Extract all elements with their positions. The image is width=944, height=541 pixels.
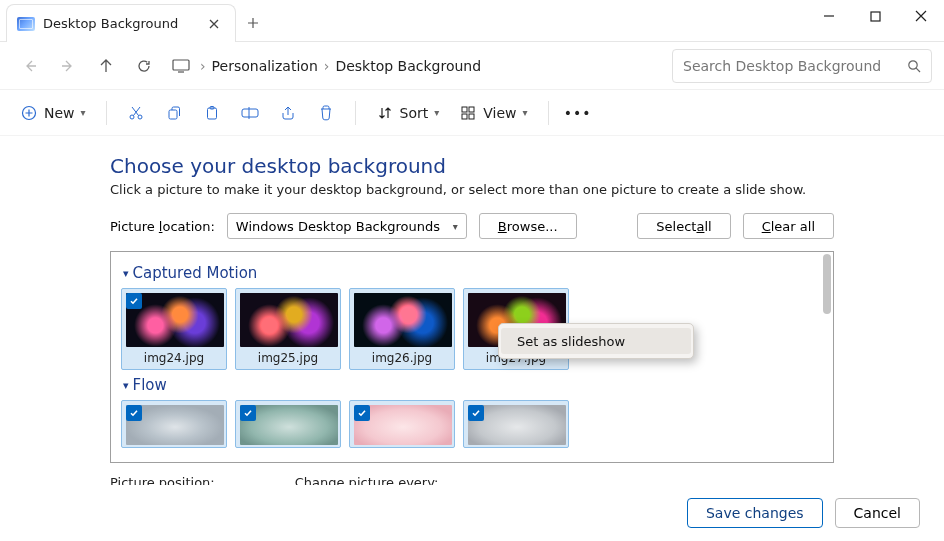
check-icon: [129, 296, 139, 306]
thumbnail-image: [354, 293, 452, 347]
nav-row: › Personalization › Desktop Background S…: [0, 42, 944, 90]
chevron-down-icon: ▾: [453, 221, 458, 232]
svg-rect-1: [173, 60, 189, 70]
share-button[interactable]: [271, 96, 305, 130]
thumb-flow-1[interactable]: [121, 400, 227, 448]
svg-point-5: [138, 115, 142, 119]
rename-icon: [241, 104, 259, 122]
thumb-filename: img24.jpg: [126, 347, 222, 367]
svg-rect-13: [469, 114, 474, 119]
picture-location-row: Picture location: Windows Desktop Backgr…: [110, 213, 834, 239]
check-icon: [471, 408, 481, 418]
title-bar: Desktop Background: [0, 0, 944, 42]
section-flow[interactable]: ▾ Flow: [123, 376, 811, 394]
checkbox-checked[interactable]: [468, 405, 484, 421]
search-icon: [907, 59, 921, 73]
select-all-button[interactable]: Select all: [637, 213, 730, 239]
svg-rect-7: [207, 108, 216, 119]
close-window-button[interactable]: [898, 0, 944, 32]
thumb-img25[interactable]: img25.jpg: [235, 288, 341, 370]
minimize-button[interactable]: [806, 0, 852, 32]
checkbox-checked[interactable]: [126, 405, 142, 421]
forward-button[interactable]: [50, 48, 86, 84]
sort-icon: [376, 104, 394, 122]
divider: [548, 101, 549, 125]
maximize-button[interactable]: [852, 0, 898, 32]
refresh-button[interactable]: [126, 48, 162, 84]
divider: [106, 101, 107, 125]
crumb-desktop-background[interactable]: Desktop Background: [335, 58, 481, 74]
sort-button[interactable]: Sort ▾: [368, 96, 448, 130]
checkbox-checked[interactable]: [126, 293, 142, 309]
divider: [355, 101, 356, 125]
chevron-down-icon: ▾: [523, 107, 528, 118]
new-icon: [20, 104, 38, 122]
search-placeholder: Search Desktop Background: [683, 58, 881, 74]
paste-button[interactable]: [195, 96, 229, 130]
search-input[interactable]: Search Desktop Background: [672, 49, 932, 83]
svg-point-2: [909, 60, 917, 68]
thumb-flow-4[interactable]: [463, 400, 569, 448]
tab-favicon: [17, 17, 35, 31]
view-label: View: [483, 105, 516, 121]
thumb-img24[interactable]: img24.jpg: [121, 288, 227, 370]
svg-point-4: [130, 115, 134, 119]
maximize-icon: [870, 11, 881, 22]
view-button[interactable]: View ▾: [451, 96, 535, 130]
crumb-personalization[interactable]: Personalization: [212, 58, 318, 74]
new-button[interactable]: New ▾: [12, 96, 94, 130]
delete-icon: [317, 104, 335, 122]
check-icon: [357, 408, 367, 418]
browse-button[interactable]: Browse...: [479, 213, 577, 239]
delete-button[interactable]: [309, 96, 343, 130]
up-button[interactable]: [88, 48, 124, 84]
browser-tab[interactable]: Desktop Background: [6, 4, 236, 42]
thumb-row: img24.jpg img25.jpg img26.jpg img27.jpg: [121, 288, 811, 370]
share-icon: [279, 104, 297, 122]
scrollbar[interactable]: [823, 254, 831, 314]
section-title: Captured Motion: [133, 264, 258, 282]
tab-title: Desktop Background: [43, 16, 197, 31]
close-tab-button[interactable]: [205, 15, 223, 33]
chevron-down-icon: ▾: [123, 267, 129, 280]
view-icon: [459, 104, 477, 122]
thumb-flow-2[interactable]: [235, 400, 341, 448]
paste-icon: [203, 104, 221, 122]
footer: Save changes Cancel: [0, 485, 944, 541]
section-captured-motion[interactable]: ▾ Captured Motion: [123, 264, 811, 282]
clear-all-button[interactable]: Clear all: [743, 213, 834, 239]
arrow-right-icon: [60, 58, 76, 74]
cancel-button[interactable]: Cancel: [835, 498, 920, 528]
check-icon: [129, 408, 139, 418]
save-changes-button[interactable]: Save changes: [687, 498, 823, 528]
check-icon: [243, 408, 253, 418]
back-button[interactable]: [12, 48, 48, 84]
chevron-right-icon: ›: [200, 58, 206, 74]
page-subtext: Click a picture to make it your desktop …: [110, 182, 834, 197]
window-controls: [806, 0, 944, 32]
copy-button[interactable]: [157, 96, 191, 130]
copy-icon: [165, 104, 183, 122]
thumb-img26[interactable]: img26.jpg: [349, 288, 455, 370]
more-button[interactable]: •••: [561, 96, 595, 130]
monitor-icon: [172, 59, 190, 73]
plus-icon: [247, 17, 259, 29]
checkbox-checked[interactable]: [354, 405, 370, 421]
thumb-filename: img25.jpg: [240, 347, 336, 367]
new-tab-button[interactable]: [236, 6, 270, 40]
ctx-set-as-slideshow[interactable]: Set as slideshow: [501, 328, 691, 354]
this-pc-icon[interactable]: [168, 48, 194, 84]
thumb-row: [121, 400, 811, 448]
command-bar: New ▾ Sort ▾ View ▾ •••: [0, 90, 944, 136]
image-gallery: ▾ Captured Motion img24.jpg img25.jpg: [110, 251, 834, 463]
picture-position-label: Picture position:: [110, 475, 215, 485]
close-icon: [915, 10, 927, 22]
picture-location-select[interactable]: Windows Desktop Backgrounds ▾: [227, 213, 467, 239]
svg-rect-6: [169, 110, 177, 119]
rename-button[interactable]: [233, 96, 267, 130]
cut-button[interactable]: [119, 96, 153, 130]
thumb-flow-3[interactable]: [349, 400, 455, 448]
thumbnail-image: [240, 293, 338, 347]
chevron-right-icon: ›: [324, 58, 330, 74]
checkbox-checked[interactable]: [240, 405, 256, 421]
